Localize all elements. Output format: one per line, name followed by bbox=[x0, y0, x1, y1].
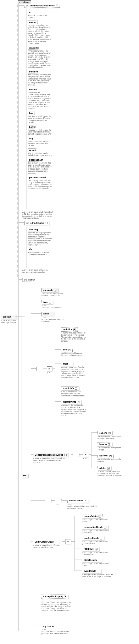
attr-why: whyWhy the metadata has been included - … bbox=[28, 136, 52, 147]
elem-hasInstrument: hasInstrument+ bbox=[67, 499, 89, 503]
elem-hierarchyInfo: hierarchyInfo+ bbox=[61, 400, 81, 404]
grp1-attrs: idThe local identifier of the property. … bbox=[28, 10, 52, 190]
sequence-icon bbox=[73, 453, 79, 457]
expand-icon[interactable]: + bbox=[97, 570, 99, 572]
expand-icon[interactable]: + bbox=[77, 401, 79, 403]
group-EntityDetailsGroup: EntityDetailsGroup− bbox=[33, 540, 59, 544]
elem-objectDetails: objectDetails+ bbox=[82, 558, 102, 562]
expand-icon[interactable]: − bbox=[56, 4, 58, 7]
grp2-rail bbox=[27, 227, 27, 268]
elem-name: name+ bbox=[42, 312, 54, 316]
elem-personDetails: personDetails+ bbox=[82, 514, 103, 518]
expand-icon[interactable]: + bbox=[95, 548, 97, 550]
elem-organisationDetails: organisationDetails+ bbox=[82, 525, 108, 529]
group-commonPowerAttributes: grpcommonPowerAttributes − bbox=[25, 4, 60, 8]
elem-definition: definition+ bbox=[61, 328, 78, 332]
grp1-rail bbox=[27, 10, 27, 209]
group-ConceptRelationshipsGroup: ConceptRelationshipsGroup− bbox=[33, 453, 68, 457]
expand-icon[interactable]: + bbox=[100, 537, 102, 540]
expand-icon[interactable]: + bbox=[108, 432, 111, 434]
expand-icon[interactable]: + bbox=[68, 349, 71, 351]
elem-sameAs: sameAs+ bbox=[97, 431, 112, 435]
expand-icon[interactable]: + bbox=[107, 467, 109, 470]
expand-icon[interactable]: + bbox=[69, 363, 71, 365]
attr-dir: dirThe directionality of textual content… bbox=[28, 246, 52, 256]
attr-howuri: howuriIndicates by which means the value… bbox=[28, 124, 52, 135]
expand-icon[interactable]: + bbox=[54, 289, 56, 292]
elem-note: note+ bbox=[61, 348, 73, 352]
elem-eventDetails: eventDetails+ bbox=[82, 569, 101, 573]
expand-icon[interactable]: + bbox=[109, 455, 112, 457]
elem-narrower: narrower+ bbox=[97, 454, 113, 458]
root-desc: A set of properties defining a concept bbox=[1, 320, 17, 324]
expand-icon[interactable]: + bbox=[108, 444, 110, 446]
attr-xmllang: xml:langSpecifies the language of this p… bbox=[28, 227, 52, 246]
any-other-attr: any ##other bbox=[22, 278, 36, 282]
expand-icon[interactable]: − bbox=[45, 222, 48, 224]
elem-remoteInfo: remoteInfo+ bbox=[61, 386, 79, 390]
attr-creatoruri: creatoruriIf the property value is not d… bbox=[28, 45, 52, 68]
sequence-icon bbox=[36, 367, 43, 371]
expand-icon[interactable]: + bbox=[104, 526, 106, 528]
attr-custom: customIf set to true the corresponding p… bbox=[28, 86, 52, 110]
attr-modified: modifiedThe date (and, optionally, the t… bbox=[28, 69, 52, 86]
choice-icon bbox=[47, 366, 53, 371]
sequence-icon bbox=[22, 474, 28, 478]
expand-icon[interactable]: + bbox=[98, 559, 100, 562]
sequence-icon bbox=[45, 499, 51, 503]
attr-pubconstraint: pubconstraintOne or many constraints tha… bbox=[28, 157, 52, 174]
expand-icon[interactable]: − bbox=[55, 541, 57, 543]
grp2-attrs: xml:langSpecifies the language of this p… bbox=[28, 227, 52, 256]
expand-icon[interactable]: + bbox=[49, 301, 51, 304]
attr-creator: creatorIf the property value is not defi… bbox=[28, 19, 52, 45]
choice-icon bbox=[83, 452, 89, 457]
expand-icon[interactable]: + bbox=[98, 515, 101, 518]
attributes-header: attributes bbox=[18, 0, 31, 4]
elem-broader: broader+ bbox=[97, 442, 112, 446]
elem-conceptExtProperty: conceptExtProperty+ bbox=[42, 594, 68, 599]
expand-icon[interactable]: + bbox=[64, 596, 66, 598]
grp1-desc: A group of attributes for all elements o… bbox=[22, 211, 54, 219]
expand-icon[interactable]: + bbox=[50, 313, 52, 315]
expand-icon[interactable]: − bbox=[64, 454, 67, 456]
elem-related: related+ bbox=[97, 466, 111, 470]
elem-POIDetails: POIDetails+ bbox=[82, 547, 99, 551]
attr-pubconstrainturi: pubconstrainturiOne or many constraints … bbox=[28, 174, 52, 190]
elem-type: type+ bbox=[42, 300, 53, 304]
group-i18nAttributes: grpi18nAttributes − bbox=[25, 221, 49, 225]
sequence-icon bbox=[55, 499, 62, 503]
expand-icon[interactable]: + bbox=[85, 500, 87, 502]
attr-whyuri: whyuriWhy the metadata has been included… bbox=[28, 147, 52, 156]
elem-conceptId: conceptId+ bbox=[42, 288, 58, 292]
elem-geoAreaDetails: geoAreaDetails+ bbox=[82, 536, 104, 540]
expand-icon[interactable]: + bbox=[73, 328, 76, 331]
root-concept: concept − bbox=[1, 315, 17, 319]
expand-icon[interactable]: − bbox=[13, 316, 15, 318]
choice-icon bbox=[65, 539, 71, 544]
expand-icon[interactable]: + bbox=[75, 387, 77, 390]
elem-facet: facet+ bbox=[61, 362, 73, 366]
any-other-elem: any ##other bbox=[42, 625, 55, 628]
attr-how: howIndicates by which means the value wa… bbox=[28, 110, 52, 124]
attr-id: idThe local identifier of the property. bbox=[28, 10, 52, 19]
grp2-desc: A group of attributes for language and s… bbox=[22, 269, 51, 273]
root-name: concept bbox=[3, 316, 11, 318]
